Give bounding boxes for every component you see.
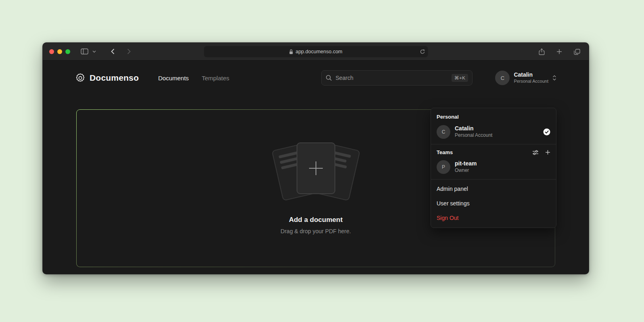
brand[interactable]: Documenso xyxy=(75,73,139,83)
personal-name: Catalin xyxy=(455,125,492,132)
account-dropdown-menu: Personal C Catalin Personal Account xyxy=(431,108,556,228)
nav-templates[interactable]: Templates xyxy=(202,75,229,82)
share-icon[interactable] xyxy=(536,46,547,57)
search-shortcut-badge: ⌘+K xyxy=(452,74,468,82)
dropzone-subtitle: Drag & drop your PDF here. xyxy=(280,228,351,234)
chevron-up-down-icon xyxy=(552,75,556,81)
toolbar-right-actions xyxy=(536,43,582,61)
personal-subtitle: Personal Account xyxy=(455,132,492,139)
address-bar[interactable]: app.documenso.com xyxy=(204,46,428,57)
close-window-button[interactable] xyxy=(49,49,54,54)
personal-avatar: C xyxy=(437,125,450,139)
account-name: Catalin xyxy=(514,71,548,78)
primary-nav: Documents Templates xyxy=(158,75,229,82)
brand-name: Documenso xyxy=(90,73,139,83)
refresh-icon[interactable] xyxy=(420,49,425,54)
selected-check-icon xyxy=(543,128,550,136)
menu-divider xyxy=(431,179,556,180)
forward-icon[interactable] xyxy=(123,46,134,57)
manage-teams-icon[interactable] xyxy=(532,150,539,155)
zoom-window-button[interactable] xyxy=(65,49,70,54)
plus-icon xyxy=(309,161,323,175)
traffic-lights xyxy=(49,49,70,54)
nav-documents[interactable]: Documents xyxy=(158,75,189,82)
illustration-card-center xyxy=(297,142,335,194)
documents-illustration xyxy=(274,142,358,203)
team-name: pit-team xyxy=(455,160,477,167)
teams-section-header: Teams xyxy=(431,146,556,157)
personal-section-label: Personal xyxy=(431,111,556,122)
address-bar-url: app.documenso.com xyxy=(295,49,342,54)
app-header: Documenso Documents Templates Search ⌘+K… xyxy=(43,61,589,95)
team-item[interactable]: P pit-team Owner xyxy=(431,157,556,177)
browser-window: app.documenso.com xyxy=(42,42,589,274)
back-icon[interactable] xyxy=(107,46,118,57)
app-content: Documenso Documents Templates Search ⌘+K… xyxy=(43,61,589,274)
account-avatar: C xyxy=(495,71,510,85)
search-placeholder: Search xyxy=(335,75,448,81)
menu-divider xyxy=(431,144,556,144)
sidebar-toggle-icon[interactable] xyxy=(79,46,90,57)
minimize-window-button[interactable] xyxy=(57,49,62,54)
documenso-logo-icon xyxy=(75,73,86,83)
add-team-icon[interactable] xyxy=(545,150,550,155)
tab-overview-icon[interactable] xyxy=(572,46,582,57)
new-tab-icon[interactable] xyxy=(554,46,565,57)
menu-item-admin-panel[interactable]: Admin panel xyxy=(431,182,556,196)
sidebar-chevron-down-icon[interactable] xyxy=(91,46,97,57)
team-avatar: P xyxy=(437,160,450,174)
search-icon xyxy=(326,75,332,81)
menu-item-user-settings[interactable]: User settings xyxy=(431,196,556,211)
search-input[interactable]: Search ⌘+K xyxy=(321,70,473,86)
personal-account-item[interactable]: C Catalin Personal Account xyxy=(431,122,556,142)
teams-section-label: Teams xyxy=(437,149,453,155)
team-role: Owner xyxy=(455,167,477,174)
lock-icon xyxy=(289,49,293,54)
dropzone-title: Add a document xyxy=(289,216,343,224)
browser-toolbar: app.documenso.com xyxy=(43,43,589,61)
menu-item-sign-out[interactable]: Sign Out xyxy=(431,211,556,225)
account-subtitle: Personal Account xyxy=(514,78,548,84)
account-menu-button[interactable]: C Catalin Personal Account xyxy=(495,71,556,85)
